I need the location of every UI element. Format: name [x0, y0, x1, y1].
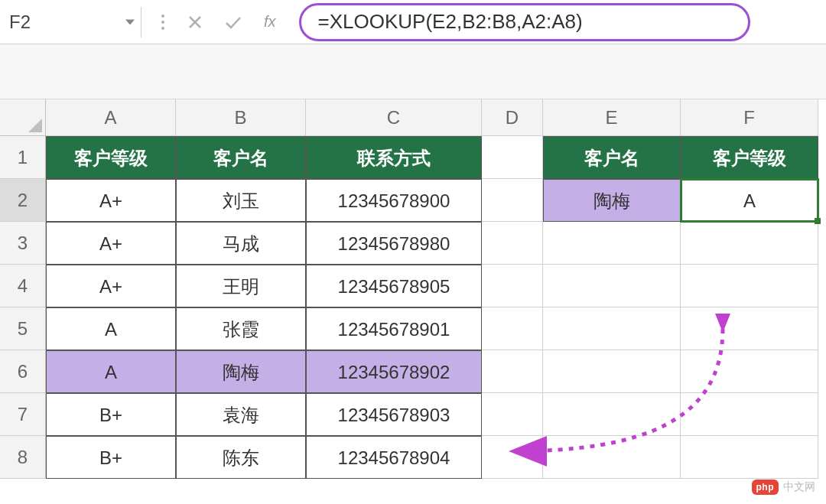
cell-C5[interactable]: 12345678901	[306, 307, 482, 350]
cell-F3[interactable]	[681, 222, 818, 265]
cell-D2[interactable]	[482, 179, 543, 222]
cell-A3[interactable]: A+	[46, 222, 176, 265]
col-header-B[interactable]: B	[176, 99, 306, 136]
cell-C4[interactable]: 12345678905	[306, 265, 482, 307]
col-header-E[interactable]: E	[543, 99, 681, 136]
ribbon-gap	[0, 44, 826, 99]
cell-F8[interactable]	[681, 436, 818, 479]
watermark: php 中文网	[752, 480, 816, 495]
cell-B3[interactable]: 马成	[176, 222, 306, 265]
cell-A2[interactable]: A+	[46, 179, 176, 222]
cell-E5[interactable]	[543, 307, 681, 350]
enter-icon[interactable]	[224, 15, 242, 30]
row-header-3[interactable]: 3	[0, 222, 46, 265]
cell-A7[interactable]: B+	[46, 393, 176, 436]
cell-C1[interactable]: 联系方式	[306, 136, 482, 179]
cell-F2[interactable]: A	[681, 179, 818, 222]
cell-B1[interactable]: 客户名	[176, 136, 306, 179]
svg-point-0	[161, 15, 164, 18]
row-header-8[interactable]: 8	[0, 436, 46, 479]
cell-D7[interactable]	[482, 393, 543, 436]
cell-F1[interactable]: 客户等级	[681, 136, 818, 179]
formula-text: =XLOOKUP(E2,B2:B8,A2:A8)	[318, 10, 583, 34]
row-header-1[interactable]: 1	[0, 136, 46, 179]
cell-B4[interactable]: 王明	[176, 265, 306, 307]
col-header-A[interactable]: A	[46, 99, 176, 136]
cell-E4[interactable]	[543, 265, 681, 307]
cell-E8[interactable]	[543, 436, 681, 479]
formula-input[interactable]: =XLOOKUP(E2,B2:B8,A2:A8)	[299, 3, 750, 41]
cell-E1[interactable]: 客户名	[543, 136, 681, 179]
col-header-D[interactable]: D	[482, 99, 543, 136]
cell-C2[interactable]: 12345678900	[306, 179, 482, 222]
fx-icon[interactable]: fx	[264, 13, 276, 31]
cell-B6[interactable]: 陶梅	[176, 350, 306, 393]
cell-C3[interactable]: 12345678980	[306, 222, 482, 265]
cell-D3[interactable]	[482, 222, 543, 265]
chevron-down-icon[interactable]	[125, 19, 135, 24]
formula-bar: F2 fx =XLOOKUP(E2,B2:B8,A2:A8)	[0, 0, 826, 44]
spreadsheet-grid[interactable]: A B C D E F 1 客户等级 客户名 联系方式 客户名 客户等级 2 A…	[0, 99, 826, 479]
svg-point-1	[161, 21, 164, 24]
row-header-2[interactable]: 2	[0, 179, 46, 222]
cell-B5[interactable]: 张霞	[176, 307, 306, 350]
cell-F5[interactable]	[681, 307, 818, 350]
cell-C8[interactable]: 12345678904	[306, 436, 482, 479]
cell-A1[interactable]: 客户等级	[46, 136, 176, 179]
cell-F4[interactable]	[681, 265, 818, 307]
cell-E2[interactable]: 陶梅	[543, 179, 681, 222]
cell-A4[interactable]: A+	[46, 265, 176, 307]
col-header-C[interactable]: C	[306, 99, 482, 136]
cell-A8[interactable]: B+	[46, 436, 176, 479]
cell-E7[interactable]	[543, 393, 681, 436]
row-header-7[interactable]: 7	[0, 393, 46, 436]
row-header-5[interactable]: 5	[0, 307, 46, 350]
cell-B8[interactable]: 陈东	[176, 436, 306, 479]
col-header-F[interactable]: F	[681, 99, 818, 136]
cell-D8[interactable]	[482, 436, 543, 479]
svg-point-2	[161, 27, 164, 30]
formula-bar-buttons: fx	[141, 13, 298, 31]
watermark-logo: php	[752, 480, 779, 495]
row-header-4[interactable]: 4	[0, 265, 46, 307]
watermark-text: 中文网	[783, 480, 815, 494]
select-all-corner[interactable]	[0, 99, 46, 136]
cancel-icon[interactable]	[187, 15, 203, 30]
cell-A6[interactable]: A	[46, 350, 176, 393]
name-box[interactable]: F2	[0, 7, 141, 37]
cell-F7[interactable]	[681, 393, 818, 436]
vertical-dots-icon[interactable]	[160, 14, 166, 31]
cell-E6[interactable]	[543, 350, 681, 393]
cell-C7[interactable]: 12345678903	[306, 393, 482, 436]
cell-D5[interactable]	[482, 307, 543, 350]
cell-B7[interactable]: 袁海	[176, 393, 306, 436]
row-header-6[interactable]: 6	[0, 350, 46, 393]
cell-E3[interactable]	[543, 222, 681, 265]
cell-A5[interactable]: A	[46, 307, 176, 350]
cell-F6[interactable]	[681, 350, 818, 393]
cell-D4[interactable]	[482, 265, 543, 307]
cell-C6[interactable]: 12345678902	[306, 350, 482, 393]
cell-D1[interactable]	[482, 136, 543, 179]
cell-D6[interactable]	[482, 350, 543, 393]
cell-B2[interactable]: 刘玉	[176, 179, 306, 222]
cell-reference: F2	[9, 11, 31, 33]
